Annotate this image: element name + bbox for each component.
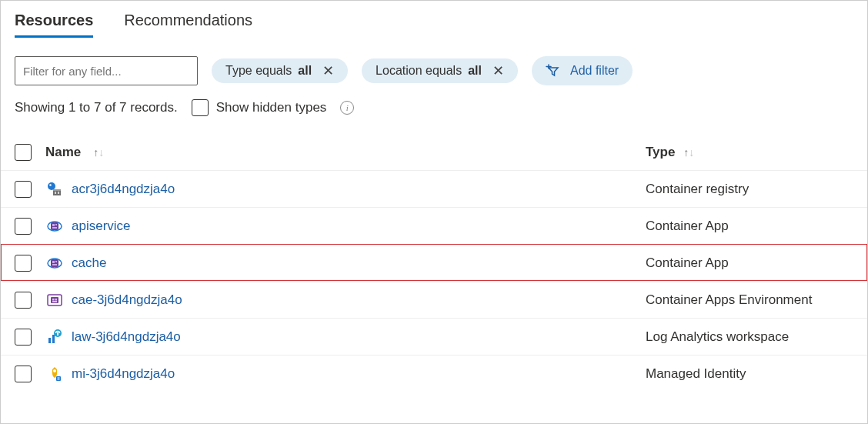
row-name-cell: acr3j6d4ngdzja4o xyxy=(45,180,646,199)
row-name-cell: mi-3j6d4ngdzja4o xyxy=(45,365,646,383)
containerapp-icon xyxy=(45,254,64,272)
svg-rect-5 xyxy=(53,189,61,191)
table-row: mi-3j6d4ngdzja4oManaged Identity xyxy=(1,355,867,392)
svg-rect-15 xyxy=(52,261,55,263)
svg-rect-24 xyxy=(52,335,55,343)
svg-rect-21 xyxy=(55,299,58,301)
row-checkbox[interactable] xyxy=(15,292,32,309)
filter-input[interactable] xyxy=(15,56,198,85)
loganalytics-icon xyxy=(45,328,64,346)
filter-icon xyxy=(546,62,564,80)
row-name-cell: cache xyxy=(45,254,646,272)
registry-icon xyxy=(45,180,64,199)
svg-point-27 xyxy=(53,369,56,372)
resources-table: Name ↑↓ Type ↑↓ acr3j6d4ngdzja4oContaine… xyxy=(1,133,867,392)
filter-toolbar: Type equals all ✕ Location equals all ✕ … xyxy=(1,38,867,85)
row-select-cell xyxy=(15,255,45,272)
row-select-cell xyxy=(15,329,45,346)
sort-icon: ↑↓ xyxy=(93,146,104,159)
row-select-cell xyxy=(15,292,45,309)
row-checkbox[interactable] xyxy=(15,181,32,198)
filter-pill-location-prefix: Location equals xyxy=(376,64,462,78)
column-header-type-label: Type xyxy=(646,145,675,159)
svg-rect-28 xyxy=(56,376,61,381)
row-name-cell: cae-3j6d4ngdzja4o xyxy=(45,291,646,309)
table-body: acr3j6d4ngdzja4oContainer registry apise… xyxy=(1,170,867,392)
svg-rect-29 xyxy=(58,377,60,378)
svg-rect-26 xyxy=(57,332,58,336)
row-checkbox[interactable] xyxy=(15,329,32,346)
records-count-text: Showing 1 to 7 of 7 records. xyxy=(15,100,178,115)
resource-link[interactable]: cache xyxy=(72,255,106,271)
svg-rect-6 xyxy=(55,192,56,194)
resource-link[interactable]: mi-3j6d4ngdzja4o xyxy=(72,366,175,382)
filter-pill-location-value: all xyxy=(468,64,482,78)
row-type-cell: Managed Identity xyxy=(646,366,853,382)
svg-rect-23 xyxy=(48,338,51,343)
svg-rect-20 xyxy=(52,299,55,301)
tab-bar: Resources Recommendations xyxy=(1,1,867,38)
table-row: law-3j6d4ngdzja4oLog Analytics workspace xyxy=(1,318,867,355)
row-checkbox[interactable] xyxy=(15,366,32,382)
row-type-cell: Container Apps Environment xyxy=(646,292,853,308)
svg-rect-7 xyxy=(58,192,59,194)
svg-point-3 xyxy=(49,184,52,186)
resource-link[interactable]: apiservice xyxy=(72,219,131,234)
column-header-type[interactable]: Type ↑↓ xyxy=(646,145,853,160)
info-icon[interactable]: i xyxy=(340,101,354,115)
show-hidden-types-toggle[interactable]: Show hidden types xyxy=(192,99,327,116)
sort-icon: ↑↓ xyxy=(683,146,694,159)
filter-pill-type-prefix: Type equals xyxy=(225,64,292,78)
select-all-cell xyxy=(15,144,45,161)
resources-pane: Resources Recommendations Type equals al… xyxy=(0,0,868,424)
svg-rect-30 xyxy=(58,379,60,379)
tab-resources[interactable]: Resources xyxy=(15,4,93,37)
row-select-cell xyxy=(15,181,45,198)
row-type-cell: Log Analytics workspace xyxy=(646,329,853,345)
add-filter-label: Add filter xyxy=(570,64,619,78)
environment-icon xyxy=(45,291,64,309)
table-row: acr3j6d4ngdzja4oContainer registry xyxy=(1,170,867,207)
records-summary-row: Showing 1 to 7 of 7 records. Show hidden… xyxy=(1,85,867,116)
resource-link[interactable]: law-3j6d4ngdzja4o xyxy=(72,329,181,345)
row-select-cell xyxy=(15,366,45,382)
row-type-cell: Container App xyxy=(646,219,853,234)
row-name-cell: apiservice xyxy=(45,217,646,235)
add-filter-button[interactable]: Add filter xyxy=(532,56,633,85)
close-icon[interactable]: ✕ xyxy=(322,64,334,78)
column-header-name-label: Name xyxy=(45,145,81,160)
row-type-cell: Container registry xyxy=(646,182,853,197)
row-checkbox[interactable] xyxy=(15,218,32,235)
row-name-cell: law-3j6d4ngdzja4o xyxy=(45,328,646,346)
identity-icon xyxy=(45,365,64,383)
resource-link[interactable]: acr3j6d4ngdzja4o xyxy=(72,182,175,197)
svg-rect-17 xyxy=(52,264,57,265)
tab-recommendations[interactable]: Recommendations xyxy=(124,4,252,37)
svg-rect-11 xyxy=(55,224,57,225)
row-checkbox[interactable] xyxy=(15,255,32,272)
table-header-row: Name ↑↓ Type ↑↓ xyxy=(1,133,867,170)
table-row: apiserviceContainer App xyxy=(1,207,867,244)
filter-pill-location[interactable]: Location equals all ✕ xyxy=(362,58,518,83)
row-select-cell xyxy=(15,218,45,235)
column-header-name[interactable]: Name ↑↓ xyxy=(45,145,646,160)
row-type-cell: Container App xyxy=(646,255,853,271)
filter-pill-type-value: all xyxy=(298,64,312,78)
svg-point-2 xyxy=(48,182,55,190)
svg-rect-10 xyxy=(52,224,55,226)
resource-link[interactable]: cae-3j6d4ngdzja4o xyxy=(72,292,182,308)
svg-rect-16 xyxy=(55,261,57,262)
close-icon[interactable]: ✕ xyxy=(492,64,504,78)
filter-pill-type[interactable]: Type equals all ✕ xyxy=(212,58,348,83)
select-all-checkbox[interactable] xyxy=(15,144,32,161)
checkbox-icon[interactable] xyxy=(192,99,209,116)
table-row: cae-3j6d4ngdzja4oContainer Apps Environm… xyxy=(1,281,867,318)
containerapp-icon xyxy=(45,217,64,235)
show-hidden-label: Show hidden types xyxy=(216,100,327,115)
svg-rect-22 xyxy=(52,301,57,302)
svg-rect-12 xyxy=(52,227,57,229)
table-row: cacheContainer App xyxy=(1,244,867,281)
